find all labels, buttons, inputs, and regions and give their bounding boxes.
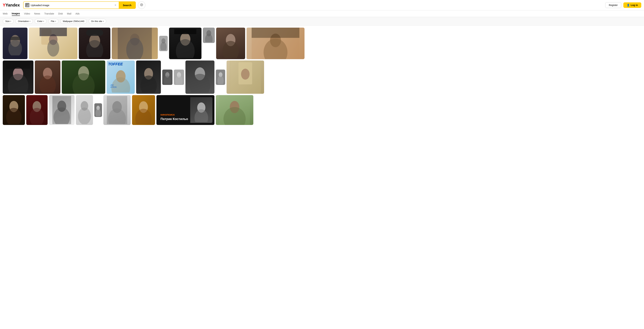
list-item[interactable] xyxy=(216,28,245,59)
image-row-2: TOFFEE ZAC EFRON xyxy=(3,60,641,94)
svg-rect-29 xyxy=(6,62,30,69)
svg-rect-17 xyxy=(174,29,196,34)
image-row-1 xyxy=(3,28,641,59)
svg-rect-26 xyxy=(252,28,300,38)
magazine-text-overlay: TOFFEE xyxy=(108,62,123,66)
list-item[interactable] xyxy=(162,69,172,85)
list-item[interactable] xyxy=(246,28,304,59)
list-item[interactable] xyxy=(136,60,161,94)
svg-text:ZAC: ZAC xyxy=(110,84,114,86)
svg-point-53 xyxy=(6,108,22,124)
list-item[interactable] xyxy=(49,95,74,125)
svg-text:EFRON: EFRON xyxy=(110,86,117,88)
svg-point-60 xyxy=(78,108,91,124)
svg-point-55 xyxy=(30,108,44,124)
list-item[interactable] xyxy=(174,69,184,85)
svg-rect-65 xyxy=(107,96,127,124)
chevron-down-icon: ▾ xyxy=(30,20,30,22)
logo-y: Y xyxy=(3,3,6,7)
list-item[interactable] xyxy=(29,28,78,59)
svg-point-43 xyxy=(176,75,182,84)
nav-web[interactable]: Web xyxy=(3,11,8,16)
svg-point-50 xyxy=(241,69,250,80)
svg-point-18 xyxy=(176,39,195,58)
nav-video[interactable]: Video xyxy=(24,11,30,16)
list-item[interactable] xyxy=(3,95,25,125)
filter-bar: Size ▾ Orientation ▾ Color ▾ File ▾ Wall… xyxy=(0,17,644,25)
camera-search-button[interactable] xyxy=(138,1,145,9)
list-item[interactable] xyxy=(62,60,105,94)
svg-point-0 xyxy=(141,4,142,5)
list-item[interactable] xyxy=(104,95,131,125)
svg-point-67 xyxy=(135,109,152,124)
chevron-down-icon: ▾ xyxy=(43,20,44,22)
on-this-site-filter[interactable]: On this site ▾ xyxy=(88,19,106,24)
chevron-down-icon: ▾ xyxy=(55,20,56,22)
kinopoisk-card[interactable]: КИНОПОИСК Патрик Костильо xyxy=(156,95,214,125)
svg-point-35 xyxy=(112,77,130,93)
svg-point-39 xyxy=(140,75,157,93)
chevron-down-icon: ▾ xyxy=(10,20,11,22)
file-filter[interactable]: File ▾ xyxy=(48,19,58,24)
svg-point-22 xyxy=(222,41,239,58)
list-item[interactable] xyxy=(35,60,60,94)
list-item[interactable] xyxy=(94,103,102,117)
svg-point-28 xyxy=(8,74,28,93)
list-item[interactable] xyxy=(216,95,253,125)
clear-search-button[interactable]: × xyxy=(114,3,117,7)
chevron-down-icon: ▾ xyxy=(103,20,104,22)
nav-disk[interactable]: Disk xyxy=(58,11,63,16)
svg-point-2 xyxy=(8,40,22,55)
thumb-preview xyxy=(26,3,29,7)
list-item[interactable] xyxy=(169,28,202,59)
search-bar: × Search xyxy=(23,1,136,9)
wallpaper-filter[interactable]: Wallpaper 2560x1440 xyxy=(60,19,87,24)
logo-text: Yandex xyxy=(6,3,20,7)
list-item[interactable] xyxy=(112,28,158,59)
svg-point-6 xyxy=(47,39,59,57)
image-placeholder xyxy=(3,28,28,59)
list-item[interactable] xyxy=(3,60,34,94)
register-button[interactable]: Register xyxy=(605,2,621,8)
list-item[interactable]: TOFFEE ZAC EFRON xyxy=(106,60,135,94)
nav-translate[interactable]: Translate xyxy=(44,11,54,16)
svg-rect-3 xyxy=(10,37,20,40)
list-item[interactable] xyxy=(132,95,155,125)
search-input[interactable] xyxy=(31,4,112,7)
list-item[interactable] xyxy=(226,60,264,94)
search-button[interactable]: Search xyxy=(119,1,136,9)
list-item[interactable] xyxy=(159,36,168,51)
nav-news[interactable]: News xyxy=(34,11,40,16)
size-filter[interactable]: Size ▾ xyxy=(3,19,14,24)
svg-point-10 xyxy=(86,40,103,57)
svg-point-62 xyxy=(95,108,101,116)
list-item[interactable] xyxy=(203,28,215,43)
svg-point-33 xyxy=(72,73,95,94)
list-item[interactable] xyxy=(216,69,225,85)
image-row-3: КИНОПОИСК Патрик Костильо xyxy=(3,95,641,125)
navigation: Web Images Video News Translate Disk Mai… xyxy=(0,10,644,17)
svg-rect-9 xyxy=(86,30,103,36)
nav-images[interactable]: Images xyxy=(12,11,20,16)
svg-point-69 xyxy=(194,109,208,122)
search-input-area: × xyxy=(24,3,119,7)
list-item[interactable] xyxy=(79,28,110,59)
svg-point-31 xyxy=(40,75,56,93)
login-button[interactable]: 👤 Log in xyxy=(623,2,641,8)
svg-point-41 xyxy=(164,75,171,84)
color-filter[interactable]: Color ▾ xyxy=(35,19,46,24)
svg-point-45 xyxy=(190,74,210,93)
nav-ads[interactable]: Ads xyxy=(76,11,80,16)
orientation-filter[interactable]: Orientation ▾ xyxy=(15,19,33,24)
list-item[interactable] xyxy=(76,95,93,125)
yandex-logo[interactable]: YYandex xyxy=(3,3,20,7)
svg-point-20 xyxy=(205,33,212,42)
list-item[interactable] xyxy=(26,95,48,125)
nav-mail[interactable]: Mail xyxy=(67,11,71,16)
user-icon: 👤 xyxy=(627,4,630,6)
kinopoisk-logo: КИНОПОИСК xyxy=(160,113,188,116)
list-item[interactable] xyxy=(186,60,214,94)
svg-point-15 xyxy=(160,42,166,50)
list-item[interactable] xyxy=(3,28,28,59)
image-grid: TOFFEE ZAC EFRON xyxy=(0,25,644,127)
